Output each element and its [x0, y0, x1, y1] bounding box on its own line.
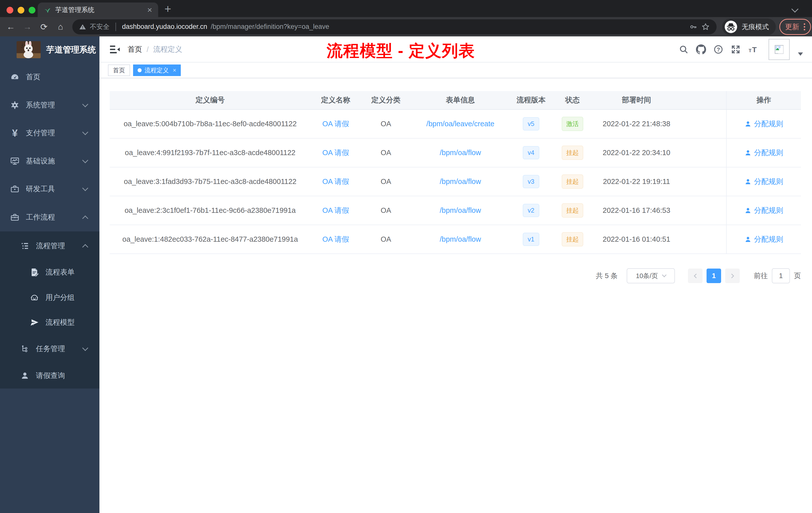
prev-page-button[interactable]	[688, 269, 702, 283]
url-bar[interactable]: 不安全 dashboard.yudao.iocoder.cn /bpm/mana…	[72, 19, 717, 34]
form-link[interactable]: /bpm/oa/leave/create	[426, 120, 494, 128]
filler-cell	[680, 139, 726, 167]
breadcrumb-home[interactable]: 首页	[127, 44, 142, 55]
update-button[interactable]: 更新	[779, 19, 811, 35]
sidebar-item-leave-query[interactable]: 请假查询	[0, 363, 99, 389]
url-path: /bpm/manager/definition?key=oa_leave	[211, 23, 686, 31]
avatar-caret-down-icon[interactable]	[798, 53, 803, 56]
active-dot-icon	[138, 68, 142, 72]
chevron-up-icon	[82, 244, 88, 250]
close-window-button[interactable]	[6, 7, 13, 13]
maximize-window-button[interactable]	[29, 7, 35, 13]
reload-button[interactable]: ⟳	[39, 22, 49, 32]
password-key-icon[interactable]	[689, 23, 697, 31]
help-icon[interactable]: ?	[713, 44, 724, 55]
chevron-down-icon	[82, 157, 88, 163]
chevron-right-icon	[729, 274, 734, 278]
user-small-icon	[745, 207, 752, 214]
table-row: oa_leave:1:482ec033-762a-11ec-8477-a2380…	[110, 225, 801, 254]
monitor-icon	[9, 156, 20, 166]
search-icon[interactable]	[678, 44, 689, 55]
assign-rule-button[interactable]: 分配规则	[745, 177, 783, 187]
assign-rule-button[interactable]: 分配规则	[745, 148, 783, 158]
sidebar-item-task-management[interactable]: 任务管理	[0, 336, 99, 362]
fullscreen-icon[interactable]	[730, 44, 741, 55]
avatar[interactable]	[768, 39, 790, 60]
goto-label: 前往	[754, 271, 768, 280]
user-small-icon	[745, 120, 752, 127]
font-size-icon[interactable]: T T	[748, 44, 758, 55]
forward-button[interactable]: →	[23, 22, 32, 32]
tag-process-definition[interactable]: 流程定义 ×	[133, 64, 181, 76]
tab-close-icon[interactable]: ×	[147, 5, 152, 14]
dashboard-icon	[9, 72, 20, 82]
assign-rule-button[interactable]: 分配规则	[745, 234, 783, 244]
table-row: oa_leave:3:1fad3d93-7b75-11ec-a3c8-acde4…	[110, 168, 801, 196]
form-link[interactable]: /bpm/oa/flow	[440, 235, 481, 243]
breadcrumb: 首页 / 流程定义	[127, 36, 182, 62]
user-icon	[19, 371, 30, 381]
svg-text:T: T	[752, 46, 757, 54]
home-button[interactable]: ⌂	[56, 22, 65, 32]
browser-chrome: 芋道管理系统 × + ← → ⟳ ⌂ 不安全 dash	[0, 0, 812, 36]
status-badge: 挂起	[562, 146, 583, 160]
page-size-select[interactable]: 10条/页	[627, 268, 675, 283]
column-header: 定义编号	[110, 91, 311, 109]
bookmark-star-icon[interactable]	[701, 22, 710, 31]
filler-cell	[680, 168, 726, 196]
definition-name-link[interactable]: OA 请假	[322, 119, 349, 129]
sidebar-item-infrastructure[interactable]: 基础设施	[0, 147, 99, 175]
goto-page-input[interactable]	[772, 268, 790, 283]
broken-image-icon	[773, 44, 785, 55]
sidebar-collapse-hamburger-icon[interactable]	[109, 43, 121, 56]
definition-category: OA	[361, 168, 411, 196]
definition-name-link[interactable]: OA 请假	[322, 234, 349, 244]
github-icon[interactable]	[696, 44, 706, 55]
tab-search-chevron-icon[interactable]	[791, 5, 799, 12]
sidebar-item-process-form[interactable]: 流程表单	[0, 260, 99, 285]
current-page-button[interactable]: 1	[706, 269, 721, 283]
page-unit-label: 页	[794, 271, 801, 280]
sidebar-logo[interactable]: 芋道管理系统	[0, 36, 99, 63]
form-link[interactable]: /bpm/oa/flow	[440, 177, 481, 186]
form-link[interactable]: /bpm/oa/flow	[440, 206, 481, 215]
browser-menu-kebab-icon[interactable]	[804, 23, 805, 30]
deploy-time: 2022-01-16 01:40:51	[592, 225, 680, 253]
sidebar-item-user-group[interactable]: 用户分组	[0, 285, 99, 310]
assign-rule-button[interactable]: 分配规则	[745, 206, 783, 216]
filler-cell	[680, 196, 726, 224]
assign-rule-label: 分配规则	[754, 206, 783, 216]
new-tab-button[interactable]: +	[165, 2, 171, 16]
tag-label: 流程定义	[145, 66, 169, 74]
window-controls	[6, 7, 35, 13]
assign-rule-button[interactable]: 分配规则	[745, 119, 783, 129]
column-header: 操作	[726, 91, 801, 109]
sidebar-item-process-management[interactable]: 流程管理	[0, 233, 99, 259]
sidebar-item-home[interactable]: 首页	[0, 63, 99, 91]
main-content: 定义编号 定义名称 定义分类 表单信息 流程版本 状态 部署时间 操作 oa_l…	[99, 78, 812, 513]
minimize-window-button[interactable]	[18, 7, 24, 13]
back-button[interactable]: ←	[6, 22, 16, 32]
definition-name-link[interactable]: OA 请假	[322, 177, 349, 187]
security-label[interactable]: 不安全	[90, 22, 110, 31]
sidebar-item-payment[interactable]: ¥ 支付管理	[0, 119, 99, 147]
next-page-button[interactable]	[725, 269, 740, 283]
definition-name-link[interactable]: OA 请假	[322, 148, 349, 158]
tag-home[interactable]: 首页	[108, 64, 130, 76]
sidebar-item-label: 研发工具	[26, 184, 55, 194]
sidebar-item-system[interactable]: 系统管理	[0, 91, 99, 119]
browser-tab[interactable]: 芋道管理系统 ×	[38, 2, 158, 17]
sidebar-item-workflow[interactable]: 工作流程	[0, 203, 99, 232]
form-link[interactable]: /bpm/oa/flow	[440, 149, 481, 157]
sidebar-item-dev-tools[interactable]: 研发工具	[0, 175, 99, 203]
header-action-icons: ? T T	[678, 36, 803, 62]
incognito-icon	[724, 20, 738, 34]
sidebar-item-label: 基础设施	[26, 156, 55, 166]
tag-close-icon[interactable]: ×	[173, 67, 176, 74]
definition-name-link[interactable]: OA 请假	[322, 206, 349, 216]
robot-icon	[29, 293, 40, 303]
sidebar-item-process-model[interactable]: 流程模型	[0, 310, 99, 335]
briefcase-icon	[9, 212, 20, 222]
chevron-down-icon	[82, 345, 88, 351]
column-header: 部署时间	[592, 91, 680, 109]
